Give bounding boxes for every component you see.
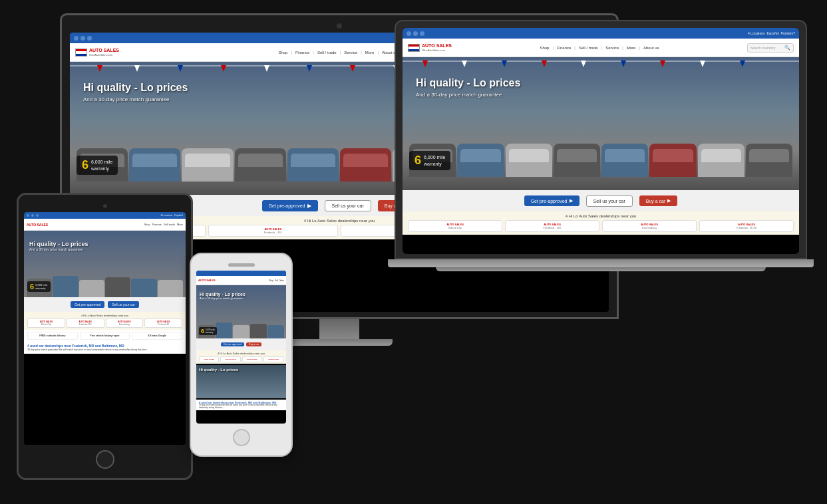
laptop-buy-arrow: ▶	[667, 198, 671, 203]
tablet-hero-heading: Hi quality - Lo prices	[29, 241, 88, 247]
phone-section: 4 used car dealerships near Frederick, M…	[196, 400, 286, 410]
laptop-logo: AUTO SALES HiLoAutoSales.com	[408, 43, 452, 52]
flag-7	[350, 65, 355, 72]
tablet-dealers-row: AUTO SALES Ellicott City AUTO SALES Fred…	[27, 318, 182, 328]
tablet-bottom: 4 used car dealerships near Frederick, M…	[24, 342, 186, 354]
laptop-dealer-2: AUTO SALES Frederick - 355	[505, 220, 599, 232]
badge-label: 6,000 milewarranty	[91, 159, 112, 171]
monitor-camera	[337, 23, 342, 29]
phone-cars-overlay: Hi quality - Lo prices	[196, 365, 286, 374]
tablet-nav-shop[interactable]: Shop	[144, 223, 150, 226]
phone-preapproved[interactable]: Get pre-approved	[221, 342, 244, 346]
tablet-nav: AUTO SALES Shop Finance Sell trade More	[24, 219, 186, 231]
laptop-nav-more[interactable]: More	[627, 46, 636, 50]
laptop-language: Español	[767, 31, 779, 35]
nav-service[interactable]: Service	[344, 51, 357, 55]
laptop-badge-text: 6,000 milewarranty	[424, 154, 445, 166]
phone-buy[interactable]: Buy a car	[246, 342, 261, 346]
car-4	[235, 148, 286, 182]
hero-text: Hi quality - Lo prices And a 30-day pric…	[83, 82, 188, 102]
laptop: 4 Locations Español Problem? AUTO SALES …	[395, 20, 807, 271]
laptop-nav-about[interactable]: About us	[643, 46, 659, 50]
laptop-screen: 4 Locations Español Problem? AUTO SALES …	[403, 28, 799, 254]
dealer-2: AUTO SALES Frederick - 355	[208, 225, 339, 237]
phone-dealers-title: 4 Hi Lo Auto Sales dealerships near you	[199, 352, 283, 355]
laptop-nav-sell[interactable]: Sell / trade	[579, 46, 598, 50]
nav-shop[interactable]: Shop	[278, 51, 287, 55]
tablet-home-button[interactable]	[96, 450, 114, 469]
tablet-nav-more[interactable]: More	[177, 223, 183, 226]
laptop-hero-text: Hi quality - Lo prices And a 30-day pric…	[416, 77, 520, 98]
tablet-badge-num: 6	[30, 283, 34, 291]
flag-5	[264, 65, 269, 72]
tablet-sell[interactable]: Sell us your car	[108, 301, 138, 308]
phone-topbar	[196, 271, 286, 276]
laptop-social	[407, 31, 424, 36]
laptop-nav-finance[interactable]: Finance	[557, 46, 571, 50]
tablet-camera	[103, 204, 107, 208]
laptop-search-icon: 🔍	[784, 45, 790, 51]
laptop-locations: 4 Locations	[748, 31, 765, 35]
tablet-preapproved[interactable]: Get pre-approved	[71, 301, 104, 308]
phone-dealer-3: AUTO SALES	[242, 356, 262, 362]
laptop-search[interactable]: Search inventory 🔍	[747, 43, 794, 53]
laptop-brand-sub: HiLoAutoSales.com	[422, 49, 452, 52]
laptop-body: 4 Locations Español Problem? AUTO SALES …	[395, 20, 807, 259]
phone-home-button[interactable]	[233, 429, 250, 446]
phone-nav-sell[interactable]: Sell	[275, 279, 278, 282]
car-2	[129, 148, 180, 182]
arrow-icon: ▶	[307, 203, 311, 209]
phone-nav-shop[interactable]: Shop	[269, 279, 273, 282]
tablet-nav-sell[interactable]: Sell trade	[164, 223, 175, 226]
phone-speaker	[228, 263, 255, 267]
phone-hero: Hi quality - Lo prices And a 30-day pric…	[196, 285, 286, 338]
tablet-feature-google: 4.8 stars Google	[132, 332, 182, 340]
nav-sell[interactable]: Sell / trade	[317, 51, 337, 55]
laptop-arrow-icon: ▶	[570, 198, 573, 203]
tablet-hero: Hi quality - Lo prices And a 30-day pric…	[24, 231, 186, 297]
laptop-nav-shop[interactable]: Shop	[540, 46, 549, 50]
laptop-buy-btn[interactable]: Buy a car ▶	[639, 195, 678, 206]
tablet: 4 Locations Español AUTO SALES Shop Fina…	[17, 193, 193, 480]
laptop-sell-btn[interactable]: Sell us your car	[586, 195, 633, 207]
logo-sub: HiLoAutoSales.com	[89, 53, 119, 57]
phone-dealers-row: AUTO SALES AUTO SALES AUTO SALES AUTO SA…	[199, 356, 283, 362]
sell-car-btn[interactable]: Sell us your car	[325, 200, 371, 211]
laptop-base	[388, 259, 814, 267]
phone-section-text: 30-day price match guarantee We will mat…	[199, 404, 283, 409]
laptop-nav-service[interactable]: Service	[605, 46, 619, 50]
site-logo: AUTO SALES HiLoAutoSales.com	[75, 48, 119, 57]
twitter-icon	[81, 36, 85, 41]
laptop-fb-icon	[407, 31, 411, 36]
tablet-locations: 4 Locations	[160, 214, 172, 217]
phone-nav: AUTO SALES Shop Sell More	[196, 276, 286, 285]
phone-cars-tagline: Hi quality - Lo prices	[199, 368, 283, 372]
laptop-hero-sub: And a 30-day price match guarantee	[416, 92, 520, 98]
tablet-dealers: 4 Hi Lo Auto Sales dealerships near you …	[24, 312, 186, 330]
phone-nav-more[interactable]: More	[279, 279, 284, 282]
tablet-hero-sub: And a 30-day price match guarantee	[29, 247, 88, 251]
preapproved-btn[interactable]: Get pre-approved ▶	[262, 200, 318, 211]
tablet-body: 4 Locations Español AUTO SALES Shop Fina…	[17, 193, 193, 480]
tablet-feature-delivery: FREE curbside delivery	[27, 332, 78, 340]
phone-body: AUTO SALES Shop Sell More	[190, 253, 293, 457]
phone-dealer-4: AUTO SALES	[263, 356, 283, 362]
laptop-dealers-title: 4 Hi Lo Auto Sales dealerships near you	[408, 214, 794, 218]
laptop-logo-flag	[408, 44, 420, 52]
car-5	[287, 148, 339, 182]
laptop-hero-heading: Hi quality - Lo prices	[416, 77, 520, 89]
tablet-nav-finance[interactable]: Finance	[152, 223, 162, 226]
flag-6	[307, 65, 312, 72]
laptop-preapproved-btn[interactable]: Get pre-approved ▶	[524, 195, 579, 206]
tablet-nav-links: Shop Finance Sell trade More	[51, 223, 183, 226]
laptop-tw-icon	[413, 31, 418, 36]
laptop-badge-num: 6	[414, 154, 421, 168]
flag-3	[178, 65, 183, 72]
phone-dealers: 4 Hi Lo Auto Sales dealerships near you …	[196, 350, 286, 364]
nav-more[interactable]: More	[365, 51, 375, 55]
laptop-dealers-row: AUTO SALES Ellicott City AUTO SALES Fred…	[408, 220, 794, 232]
flag-2	[134, 65, 140, 72]
nav-finance[interactable]: Finance	[295, 51, 309, 55]
laptop-logo-text: AUTO SALES HiLoAutoSales.com	[422, 43, 452, 52]
phone-dealer-1: AUTO SALES	[199, 356, 219, 362]
